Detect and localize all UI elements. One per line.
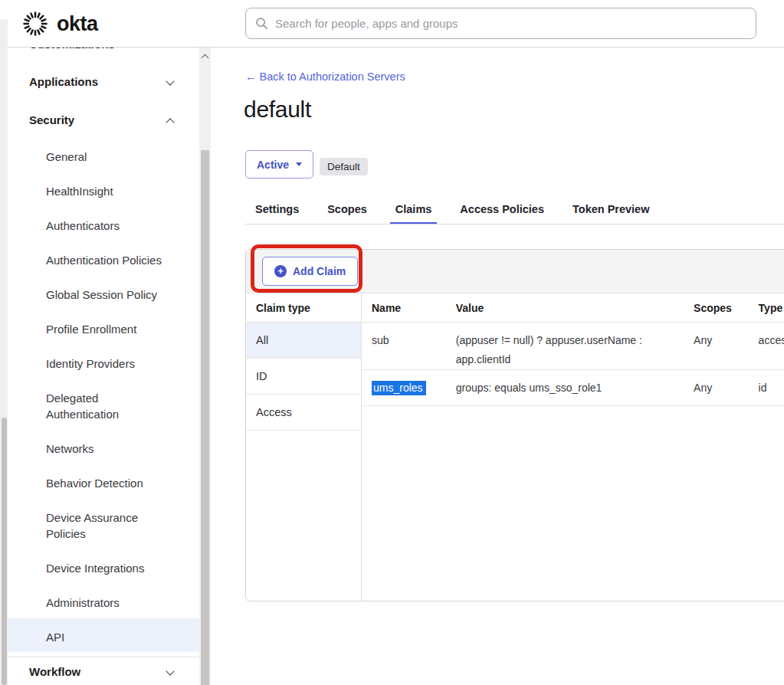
chevron-down-icon [166,77,174,85]
page-scrollbar[interactable] [0,19,8,685]
sidebar-item-administrators[interactable]: Administrators [46,595,120,611]
back-to-authorization-servers-link[interactable]: ← Back to Authorization Servers [245,70,405,83]
claim-type-header: Claim type [246,293,361,323]
selected-claim-name[interactable]: ums_roles [372,381,426,395]
plus-circle-icon [274,265,287,277]
claim-name[interactable]: ums_roles [362,379,456,405]
sidebar-divider [8,657,199,657]
add-claim-label: Add Claim [293,265,346,277]
sidebar-item-authenticators[interactable]: Authenticators [46,218,120,234]
okta-wordmark: okta [57,12,98,36]
tab-access-policies[interactable]: Access Policies [454,201,549,225]
sidebar-active-highlight [8,618,199,652]
col-header-scopes: Scopes [694,302,758,314]
sidebar-item-device-integrations[interactable]: Device Integrations [46,560,144,576]
claims-table-header: Name Value Scopes Type [362,293,784,323]
sidebar-scrollbar[interactable] [199,48,211,685]
sidebar-item-delegated-authentication[interactable]: Delegated Authentication [46,390,149,422]
tab-settings[interactable]: Settings [250,201,304,225]
sidebar-nav: Customizations Applications Security Gen… [8,48,199,685]
tab-bar-divider [245,224,784,225]
okta-logo[interactable]: okta [21,10,98,38]
claim-type-access[interactable]: Access [246,395,361,431]
tab-token-preview[interactable]: Token Preview [567,201,654,225]
claim-type-column: Claim type All ID Access [246,293,362,601]
sidebar-item-api[interactable]: API [46,629,64,645]
claims-table: Name Value Scopes Type sub (appuser != n… [362,293,784,601]
claims-toolbar: Add Claim [246,250,784,293]
page-title: default [244,97,311,123]
caret-down-icon [296,162,302,166]
sidebar-scrollbar-thumb[interactable] [201,150,209,685]
claim-value: groups: equals ums_sso_role1 [456,379,694,405]
col-header-name: Name [362,302,456,314]
claim-name[interactable]: sub [362,331,456,369]
sidebar-item-profile-enrollment[interactable]: Profile Enrollment [46,321,136,337]
sidebar-item-customizations[interactable]: Customizations [29,48,115,51]
claim-type-id[interactable]: ID [246,359,361,395]
claim-type: id [759,379,784,405]
claim-scopes: Any [694,331,758,369]
sidebar-item-general[interactable]: General [46,149,87,165]
status-dropdown-button[interactable]: Active [245,150,313,179]
okta-sunburst-icon [21,10,49,38]
global-search[interactable] [245,8,756,39]
default-badge: Default [320,158,368,175]
sidebar-section-applications[interactable]: Applications [29,75,190,88]
claim-type-all[interactable]: All [246,323,361,359]
add-claim-button[interactable]: Add Claim [262,257,358,286]
sidebar-item-authentication-policies[interactable]: Authentication Policies [46,252,162,268]
sidebar-item-global-session-policy[interactable]: Global Session Policy [46,287,157,303]
chevron-up-icon [166,118,174,126]
col-header-value: Value [456,302,694,314]
tab-scopes[interactable]: Scopes [322,201,372,225]
sidebar-item-identity-providers[interactable]: Identity Providers [46,356,135,372]
sidebar-section-workflow[interactable]: Workflow [29,665,190,678]
sidebar-item-networks[interactable]: Networks [46,441,94,457]
table-row[interactable]: sub (appuser != null) ? appuser.userName… [362,323,784,370]
tab-bar: Settings Scopes Claims Access Policies T… [250,201,672,225]
chevron-down-icon [166,667,174,675]
scroll-up-arrow-icon[interactable] [202,54,209,62]
sidebar-item-device-assurance-policies[interactable]: Device Assurance Policies [46,510,149,542]
tab-claims[interactable]: Claims [390,201,438,225]
col-header-type: Type [759,302,784,314]
status-label: Active [257,159,289,171]
sidebar-section-security[interactable]: Security [29,113,190,126]
sidebar-item-behavior-detection[interactable]: Behavior Detection [46,475,143,491]
claims-panel: Add Claim Claim type All ID Access Name … [245,249,784,601]
claim-value: (appuser != null) ? appuser.userName : a… [456,331,694,369]
search-input[interactable] [275,17,746,30]
claim-scopes: Any [694,379,758,405]
search-icon [255,17,268,30]
table-row[interactable]: ums_roles groups: equals ums_sso_role1 A… [362,370,784,406]
page-scrollbar-thumb[interactable] [2,418,7,685]
sidebar-item-healthinsight[interactable]: HealthInsight [46,183,113,199]
claim-type: access [759,331,784,369]
top-bar: okta [0,0,784,48]
